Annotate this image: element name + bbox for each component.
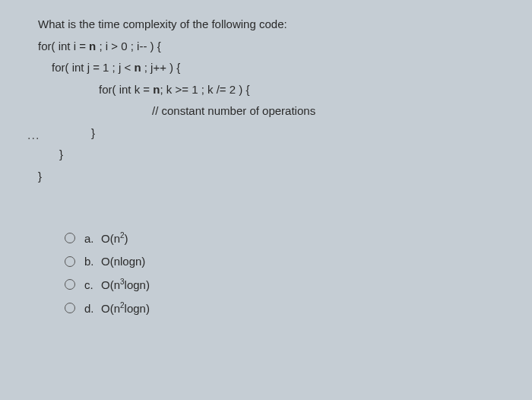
option-c[interactable]: c. O(n3logn) xyxy=(65,278,502,291)
question-prompt: What is the time complexity of the follo… xyxy=(38,14,502,36)
option-letter: a. xyxy=(84,232,101,245)
option-text: O(n3logn) xyxy=(101,278,150,291)
radio-icon xyxy=(65,303,75,313)
option-a[interactable]: a. O(n2) xyxy=(65,231,502,245)
code-line-7: } xyxy=(38,166,502,188)
code-line-4: // constant number of operations xyxy=(38,100,502,122)
code-line-2: for( int j = 1 ; j < n ; j++ ) { xyxy=(38,57,502,79)
ellipsis-icon: ... xyxy=(27,129,40,142)
option-letter: d. xyxy=(84,302,101,315)
option-b[interactable]: b. O(nlogn) xyxy=(65,255,502,268)
option-text: O(nlogn) xyxy=(101,255,145,268)
option-letter: b. xyxy=(84,255,101,268)
option-letter: c. xyxy=(84,278,101,291)
answer-options: a. O(n2) b. O(nlogn) c. O(n3logn) d. O(n… xyxy=(65,231,502,315)
radio-icon xyxy=(65,256,75,267)
code-line-6: } xyxy=(38,144,502,166)
option-d[interactable]: d. O(n2logn) xyxy=(65,301,502,315)
code-block: for( int i = n ; i > 0 ; i-- ) { for( in… xyxy=(38,36,502,188)
code-line-1: for( int i = n ; i > 0 ; i-- ) { xyxy=(38,36,502,58)
option-text: O(n2logn) xyxy=(101,301,150,315)
radio-icon xyxy=(65,279,75,290)
code-line-3: for( int k = n; k >= 1 ; k /= 2 ) { xyxy=(38,79,502,101)
radio-icon xyxy=(65,233,75,243)
option-text: O(n2) xyxy=(101,231,128,245)
code-line-5: } xyxy=(38,122,502,144)
